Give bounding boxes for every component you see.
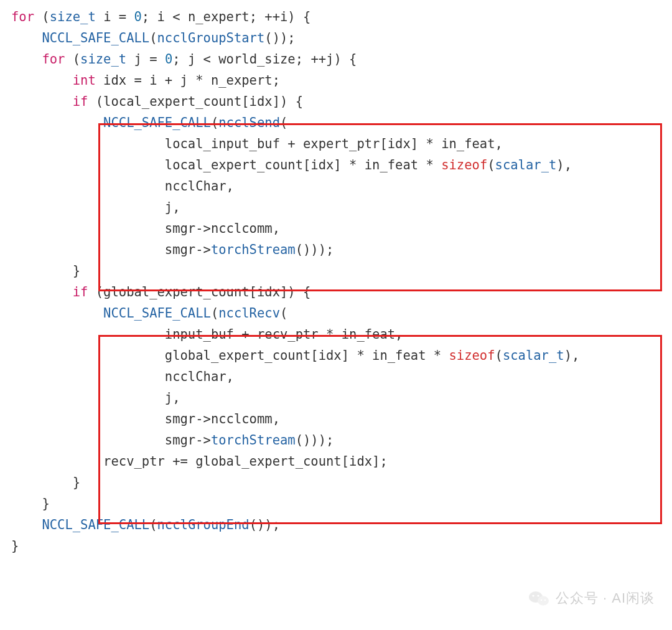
brace-close-1: } bbox=[73, 263, 80, 278]
line-recvptr: recv_ptr += global_expert_count[idx]; bbox=[103, 454, 388, 469]
fn-ncclRecv: ncclRecv bbox=[218, 306, 280, 321]
type-size_t-2: size_t bbox=[80, 52, 126, 67]
type-scalar_t-2: scalar_t bbox=[503, 348, 564, 363]
watermark-text: 公众号 · AI闲谈 bbox=[556, 589, 655, 608]
watermark: 公众号 · AI闲谈 bbox=[528, 589, 655, 608]
code-block: for (size_t i = 0; i < n_expert; ++i) { … bbox=[0, 0, 672, 568]
type-size_t-1: size_t bbox=[50, 9, 96, 24]
kw-int: int bbox=[73, 73, 96, 88]
kw-sizeof-1: sizeof bbox=[441, 158, 487, 172]
fn-ncclSend: ncclSend bbox=[218, 115, 280, 130]
kw-if-1: if bbox=[73, 94, 88, 109]
brace-close-4: } bbox=[11, 538, 19, 553]
svg-point-0 bbox=[529, 591, 543, 603]
line-recv-arg1: input_buf + recv_ptr * in_feat, bbox=[165, 327, 403, 342]
kw-sizeof-2: sizeof bbox=[449, 348, 495, 363]
line-ncclChar-2: ncclChar, bbox=[165, 369, 234, 384]
type-scalar_t-1: scalar_t bbox=[495, 158, 557, 172]
svg-point-3 bbox=[537, 595, 539, 596]
line-ncclcomm-1: smgr->ncclcomm, bbox=[165, 221, 280, 236]
svg-point-2 bbox=[532, 595, 534, 596]
line-j-1: j, bbox=[165, 200, 180, 215]
line-ncclcomm-2: smgr->ncclcomm, bbox=[165, 411, 280, 426]
var-i: i bbox=[103, 9, 111, 24]
fn-nccl-safe-call-1: NCCL_SAFE_CALL bbox=[42, 31, 149, 45]
brace-close-3: } bbox=[42, 496, 49, 511]
svg-point-1 bbox=[538, 596, 549, 606]
kw-for-1: for bbox=[11, 9, 34, 24]
num-0-2: 0 bbox=[165, 52, 172, 67]
svg-point-5 bbox=[544, 599, 546, 601]
fn-nccl-safe-call-3: NCCL_SAFE_CALL bbox=[103, 306, 211, 321]
num-0-1: 0 bbox=[134, 9, 142, 24]
kw-for-2: for bbox=[42, 52, 65, 67]
fn-ncclGroupEnd: ncclGroupEnd bbox=[157, 517, 250, 532]
svg-point-4 bbox=[541, 599, 542, 601]
brace-close-2: } bbox=[73, 475, 80, 490]
fn-nccl-safe-call-2: NCCL_SAFE_CALL bbox=[103, 115, 211, 130]
line-send-arg1: local_input_buf + expert_ptr[idx] * in_f… bbox=[165, 136, 503, 151]
line-j-2: j, bbox=[165, 390, 180, 405]
fn-ncclGroupStart: ncclGroupStart bbox=[157, 31, 265, 45]
var-j: j bbox=[134, 52, 142, 67]
wechat-icon bbox=[528, 590, 549, 607]
fn-nccl-safe-call-4: NCCL_SAFE_CALL bbox=[42, 517, 149, 532]
line-ncclChar-1: ncclChar, bbox=[165, 179, 234, 194]
fn-torchStream-1: torchStream bbox=[211, 242, 296, 257]
kw-if-2: if bbox=[73, 284, 88, 299]
fn-torchStream-2: torchStream bbox=[211, 433, 296, 448]
